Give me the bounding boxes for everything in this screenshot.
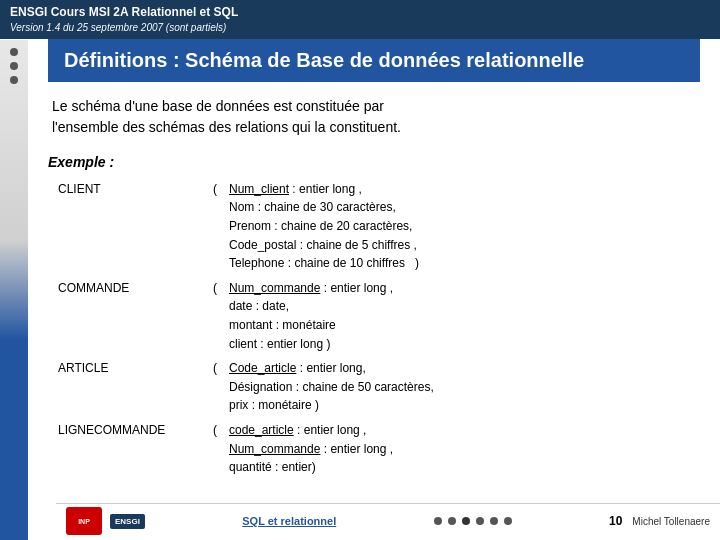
commande-field-4: client : entier long ) [229,335,393,354]
commande-field-1: Num_commande : entier long , [229,279,393,298]
ligne-field-3: quantité : entier) [229,458,393,477]
inp-logo: INP [66,507,102,535]
intro-line2: l'ensemble des schémas des relations qui… [52,119,401,135]
client-field-1: Num_client : entier long , [229,180,419,199]
dot-1 [434,517,442,525]
logo-area: INP ENSGI [66,507,145,535]
schema-container: CLIENT ( Num_client : entier long , Nom … [48,180,700,477]
ligne-field-2: Num_commande : entier long , [229,440,393,459]
page-number: 10 [609,514,622,528]
commande-field-2: date : date, [229,297,393,316]
intro-line1: Le schéma d'une base de données est cons… [52,98,384,114]
client-field-4: Code_postal : chaine de 5 chiffres , [229,236,419,255]
schema-name-commande: COMMANDE [58,279,213,298]
schema-paren-commande: ( [213,279,229,298]
left-dot-1 [10,48,18,56]
dot-4 [476,517,484,525]
schema-row-lignecommande: LIGNECOMMANDE ( code_article : entier lo… [58,421,700,477]
ensgi-logo: ENSGI [110,514,145,529]
schema-fields-article: Code_article : entier long, Désignation … [229,359,434,415]
schema-row-article: ARTICLE ( Code_article : entier long, Dé… [58,359,700,415]
exemple-label: Exemple : [48,154,700,170]
course-title: ENSGI Cours MSI 2A Relationnel et SQL [10,4,710,21]
client-field-2: Nom : chaine de 30 caractères, [229,198,419,217]
page-header: ENSGI Cours MSI 2A Relationnel et SQL Ve… [0,0,720,39]
article-field-3: prix : monétaire ) [229,396,434,415]
left-dot-3 [10,76,18,84]
course-subtitle: Version 1.4 du 25 septembre 2007 (sont p… [10,21,710,35]
bottom-nav-link[interactable]: SQL et relationnel [242,515,336,527]
schema-paren-lignecommande: ( [213,421,229,440]
left-dot-2 [10,62,18,70]
exemple-text: Exemple : [48,154,114,170]
schema-fields-lignecommande: code_article : entier long , Num_command… [229,421,393,477]
article-field-2: Désignation : chaine de 50 caractères, [229,378,434,397]
bottom-dots [434,517,512,525]
commande-field-3: montant : monétaire [229,316,393,335]
intro-text: Le schéma d'une base de données est cons… [48,96,700,138]
schema-paren-client: ( [213,180,229,199]
dot-3 [462,517,470,525]
schema-row-commande: COMMANDE ( Num_commande : entier long , … [58,279,700,353]
inp-logo-inner: INP [66,507,102,535]
client-field-5: Telephone : chaine de 10 chiffres ) [229,254,419,273]
schema-name-client: CLIENT [58,180,213,199]
schema-fields-client: Num_client : entier long , Nom : chaine … [229,180,419,273]
schema-row-client: CLIENT ( Num_client : entier long , Nom … [58,180,700,273]
left-accent-bar [0,40,28,540]
dot-5 [490,517,498,525]
dot-2 [448,517,456,525]
dot-6 [504,517,512,525]
article-field-1: Code_article : entier long, [229,359,434,378]
ligne-field-1: code_article : entier long , [229,421,393,440]
main-content: Définitions : Schéma de Base de données … [28,39,720,539]
author-name: Michel Tollenaere [632,516,710,527]
client-field-3: Prenom : chaine de 20 caractères, [229,217,419,236]
schema-name-lignecommande: LIGNECOMMANDE [58,421,213,440]
section-heading: Définitions : Schéma de Base de données … [48,39,700,82]
bottom-bar: INP ENSGI SQL et relationnel 10 Michel T… [56,503,720,539]
schema-fields-commande: Num_commande : entier long , date : date… [229,279,393,353]
schema-name-article: ARTICLE [58,359,213,378]
schema-paren-article: ( [213,359,229,378]
